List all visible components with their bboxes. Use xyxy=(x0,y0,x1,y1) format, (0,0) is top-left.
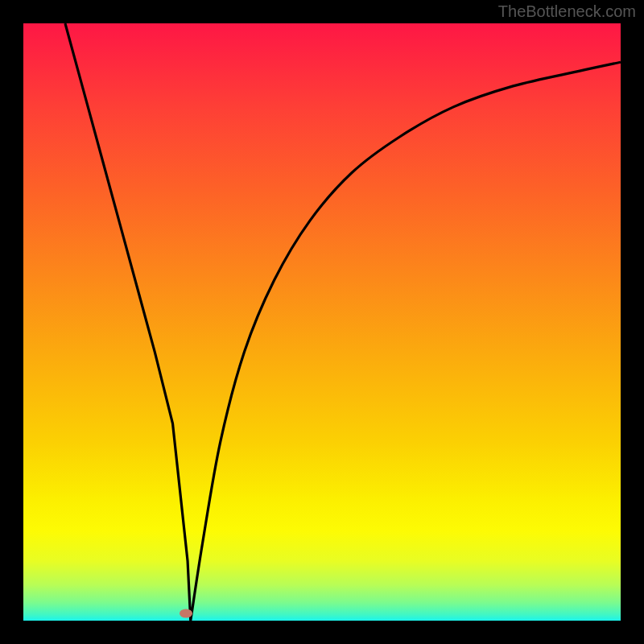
curve-svg xyxy=(23,23,621,621)
chart-plot-area xyxy=(23,23,621,621)
watermark-text: TheBottleneck.com xyxy=(498,2,636,21)
optimal-point-marker xyxy=(180,609,192,618)
bottleneck-curve xyxy=(65,23,621,621)
